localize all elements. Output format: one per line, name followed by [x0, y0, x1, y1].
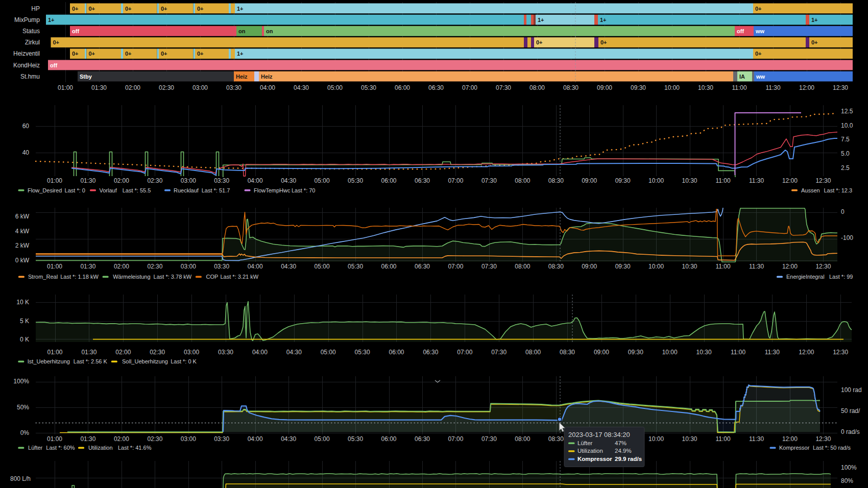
svg-text:Utilization: Utilization: [88, 445, 113, 451]
svg-text:10:30: 10:30: [698, 84, 713, 91]
svg-text:50 rad/: 50 rad/: [841, 407, 860, 414]
svg-text:07:30: 07:30: [481, 263, 497, 270]
svg-text:on: on: [266, 28, 273, 34]
svg-text:Heiz: Heiz: [236, 74, 248, 80]
svg-text:04:30: 04:30: [286, 349, 302, 356]
svg-text:08:30: 08:30: [548, 177, 564, 184]
svg-text:01:00: 01:00: [47, 435, 62, 443]
svg-text:03:30: 03:30: [214, 177, 229, 184]
svg-text:02:30: 02:30: [147, 435, 162, 443]
svg-text:03:00: 03:00: [181, 435, 196, 443]
svg-text:01:00: 01:00: [47, 349, 62, 356]
svg-text:0+: 0+: [72, 51, 79, 57]
svg-text:0+: 0+: [89, 51, 95, 57]
svg-text:Last *: 2.56 K: Last *: 2.56 K: [74, 358, 108, 364]
svg-text:Lüfter: Lüfter: [28, 445, 42, 451]
svg-text:Lüfter: Lüfter: [577, 440, 593, 446]
svg-text:11:30: 11:30: [749, 435, 764, 443]
svg-text:IA: IA: [739, 74, 745, 80]
svg-text:01:30: 01:30: [91, 84, 107, 91]
svg-text:06:30: 06:30: [423, 349, 438, 356]
svg-text:06:00: 06:00: [381, 435, 396, 443]
svg-text:100 rad: 100 rad: [841, 386, 862, 394]
svg-text:08:00: 08:00: [515, 435, 530, 443]
svg-text:03:30: 03:30: [218, 349, 233, 356]
svg-text:04:30: 04:30: [281, 435, 296, 443]
svg-text:0+: 0+: [811, 39, 818, 45]
svg-text:06:30: 06:30: [415, 263, 430, 270]
svg-text:off: off: [737, 28, 744, 34]
svg-text:24.9%: 24.9%: [615, 448, 632, 454]
svg-text:01:30: 01:30: [80, 177, 95, 184]
svg-text:5.0: 5.0: [841, 150, 850, 157]
svg-text:Stby: Stby: [80, 74, 92, 80]
svg-text:-100: -100: [841, 234, 853, 241]
svg-text:2 kW: 2 kW: [15, 242, 30, 249]
svg-text:07:00: 07:00: [448, 177, 463, 184]
svg-text:Status: Status: [22, 28, 40, 35]
svg-text:0+: 0+: [125, 51, 132, 57]
svg-text:12:30: 12:30: [815, 263, 831, 270]
svg-text:06:00: 06:00: [381, 177, 396, 184]
svg-text:50%: 50%: [17, 404, 29, 411]
svg-text:Utilization: Utilization: [577, 448, 603, 454]
svg-text:07:00: 07:00: [462, 84, 477, 91]
svg-text:11:00: 11:00: [715, 435, 730, 443]
svg-text:09:30: 09:30: [615, 263, 631, 270]
svg-text:1+: 1+: [538, 17, 544, 23]
svg-text:03:00: 03:00: [181, 263, 196, 270]
svg-text:10.0: 10.0: [841, 122, 853, 129]
svg-text:Soll_Ueberhitzung: Soll_Ueberhitzung: [122, 358, 168, 364]
svg-text:6 kW: 6 kW: [15, 213, 30, 220]
svg-text:03:00: 03:00: [192, 84, 208, 91]
svg-text:10:30: 10:30: [696, 349, 712, 356]
svg-text:100%: 100%: [841, 464, 857, 471]
svg-text:05:30: 05:30: [348, 177, 363, 184]
svg-text:FlowTempHwc: FlowTempHwc: [254, 187, 291, 193]
svg-text:08:00: 08:00: [525, 349, 541, 356]
svg-text:29.9 rad/s: 29.9 rad/s: [615, 456, 642, 462]
svg-text:Zirkul: Zirkul: [25, 39, 40, 46]
svg-text:0+: 0+: [89, 6, 95, 12]
svg-text:Wärmeleistung: Wärmeleistung: [113, 274, 150, 280]
svg-text:04:30: 04:30: [281, 263, 296, 270]
svg-text:04:00: 04:00: [248, 177, 263, 184]
svg-text:08:00: 08:00: [529, 84, 545, 91]
svg-text:10:00: 10:00: [662, 349, 678, 356]
svg-text:05:00: 05:00: [315, 263, 330, 270]
svg-text:0+: 0+: [72, 6, 79, 12]
svg-text:07:30: 07:30: [491, 349, 507, 356]
svg-text:12:00: 12:00: [799, 349, 814, 356]
svg-text:Last *: 60%: Last *: 60%: [46, 445, 75, 451]
svg-text:60: 60: [22, 123, 30, 130]
svg-text:01:30: 01:30: [80, 435, 95, 443]
svg-text:0+: 0+: [600, 39, 607, 45]
svg-text:on: on: [238, 28, 246, 34]
svg-text:07:30: 07:30: [481, 435, 497, 443]
svg-text:Flow_Desired: Flow_Desired: [28, 187, 62, 193]
svg-text:07:30: 07:30: [496, 84, 511, 91]
svg-text:MixPump: MixPump: [14, 16, 40, 23]
svg-text:08:00: 08:00: [515, 177, 530, 184]
svg-text:0: 0: [841, 208, 845, 215]
svg-text:Ruecklauf: Ruecklauf: [174, 187, 199, 193]
svg-text:09:00: 09:00: [597, 84, 612, 91]
svg-text:09:30: 09:30: [628, 349, 643, 356]
svg-text:05:00: 05:00: [327, 84, 343, 91]
svg-text:800 L/h: 800 L/h: [10, 475, 31, 482]
svg-text:80%: 80%: [841, 477, 853, 484]
svg-text:12:00: 12:00: [782, 263, 798, 270]
svg-text:05:00: 05:00: [315, 435, 330, 443]
svg-text:0+: 0+: [197, 6, 204, 12]
svg-text:Last *: 1.18 kW: Last *: 1.18 kW: [60, 274, 99, 280]
svg-text:05:30: 05:30: [361, 84, 376, 91]
svg-text:11:00: 11:00: [732, 84, 746, 91]
svg-text:08:30: 08:30: [548, 435, 564, 443]
svg-text:10:00: 10:00: [648, 263, 664, 270]
svg-text:Kompressor: Kompressor: [577, 456, 612, 462]
svg-text:06:00: 06:00: [381, 263, 396, 270]
svg-text:St.hmu: St.hmu: [20, 73, 40, 80]
svg-text:02:00: 02:00: [125, 84, 140, 91]
svg-text:Last *: 55.5: Last *: 55.5: [123, 187, 151, 193]
svg-text:05:00: 05:00: [321, 349, 336, 356]
